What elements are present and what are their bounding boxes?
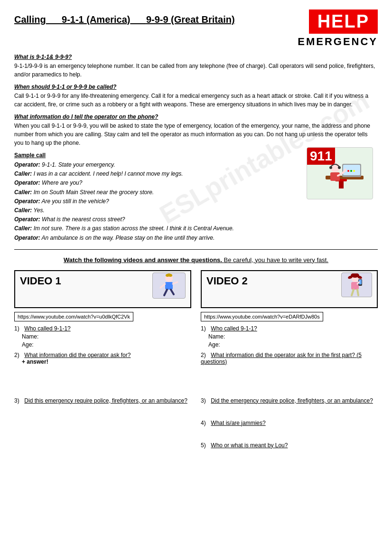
help-emergency-block: HELP EMERGENCY <box>298 9 378 48</box>
svg-line-20 <box>173 282 177 284</box>
video2-q3-num: 3) <box>201 397 209 404</box>
svg-line-30 <box>357 290 358 295</box>
svg-point-8 <box>338 166 341 169</box>
video2-q3-header: 3) Did the emergency require police, fir… <box>201 397 378 404</box>
video2-q1-title: Who called 9-1-1? <box>211 325 257 332</box>
call-label-op4: Operator: <box>14 216 40 223</box>
video2-q4-num: 4) <box>201 420 209 426</box>
video1-q1-name: Name: <box>22 333 191 340</box>
video2-q2: 2) What information did the operator ask… <box>201 352 378 365</box>
video1-cartoon <box>152 273 186 299</box>
video1-box: VIDEO 1 <box>14 270 191 308</box>
video1-label: VIDEO 1 <box>20 275 61 287</box>
video1-q1-age: Age: <box>22 341 191 348</box>
sample-call-section: 911 <box>14 152 378 243</box>
video1-q1-num: 1) <box>14 325 23 332</box>
section-when-called-title: When should 9-1-1 or 9-9-9 be called? <box>14 84 378 90</box>
video1-q3-num: 3) <box>14 397 23 404</box>
video2-cartoon <box>341 273 372 297</box>
dispatch-image: 911 <box>307 147 373 199</box>
header-title-block: Calling 9-1-1 (America) 9-9-9 (Great Bri… <box>14 9 235 25</box>
call-label-ca3: Caller: <box>14 207 32 214</box>
video2-column: VIDEO 2 https://www.youtube.com/watch?v=… <box>201 270 378 452</box>
header: Calling 9-1-1 (America) 9-9-9 (Great Bri… <box>14 9 378 48</box>
video1-q1: 1) Who called 9-1-1? Name: Age: <box>14 325 191 348</box>
section-what-is-body: 9-1-1/9-9-9 is an emergency telephone nu… <box>14 62 378 79</box>
video1-q2: 2) What information did the operator ask… <box>14 352 191 365</box>
video2-q4-space <box>201 430 378 442</box>
call-label-op3: Operator: <box>14 198 40 205</box>
video2-q1-header: 1) Who called 9-1-1? <box>201 325 378 332</box>
watch-subtitle: Be careful, you have to write very fast. <box>224 256 328 263</box>
svg-line-17 <box>164 290 167 295</box>
video1-q3-title: Did this emergency require police, firef… <box>24 397 187 404</box>
dispatch-cartoon: 911 <box>307 147 373 199</box>
video2-q5-header: 5) Who or what is meant by Lou? <box>201 442 378 449</box>
video2-q2-space <box>201 369 378 397</box>
video1-q2-num: 2) <box>14 352 23 358</box>
call-line-8: Caller: Im not sure. There is a gas stat… <box>14 224 378 233</box>
video1-column: VIDEO 1 https://www.youtube.com/watch?v=… <box>14 270 191 452</box>
svg-point-10 <box>350 170 352 172</box>
call-label-op1: Operator: <box>14 161 40 168</box>
svg-rect-4 <box>339 181 344 188</box>
kid-svg <box>155 273 183 297</box>
video2-q3: 3) Did the emergency require police, fir… <box>201 397 378 404</box>
help-badge: HELP <box>309 9 378 34</box>
section-what-info-body: When you call 9-1-1 or 9-9-9, you will b… <box>14 122 378 147</box>
section-when-called: When should 9-1-1 or 9-9-9 be called? Ca… <box>14 84 378 109</box>
video1-url[interactable]: https://www.youtube.com/watch?v=u0dlkQfC… <box>14 312 133 321</box>
video1-q2-space <box>14 369 191 397</box>
watch-title-underline: Watch the following videos and answer th… <box>64 256 222 263</box>
video2-q1: 1) Who called 9-1-1? Name: Age: <box>201 325 378 348</box>
call-line-7: Operator: What is the nearest cross stre… <box>14 215 378 224</box>
video2-q4-header: 4) What is/are jammies? <box>201 420 378 426</box>
svg-point-11 <box>353 170 355 172</box>
video2-url[interactable]: https://www.youtube.com/watch?v=eDARfDJw… <box>201 312 323 321</box>
video2-q3-title: Did the emergency require police, firefi… <box>211 397 373 404</box>
call-label-op2: Operator: <box>14 179 40 186</box>
911-label: 9-1-1 (America) <box>62 14 131 25</box>
video2-q3-space <box>201 408 378 420</box>
watch-title: Watch the following videos and answer th… <box>14 256 378 263</box>
video2-q5-num: 5) <box>201 442 209 449</box>
girl-svg <box>343 273 371 296</box>
call-label-ca2: Caller: <box>14 189 32 196</box>
call-label-ca4: Caller: <box>14 225 32 232</box>
video1-q3-header: 3) Did this emergency require police, fi… <box>14 397 191 404</box>
page-title: Calling 9-1-1 (America) 9-9-9 (Great Bri… <box>14 9 235 25</box>
page-container: Calling 9-1-1 (America) 9-9-9 (Great Bri… <box>14 9 378 452</box>
svg-point-9 <box>347 170 349 172</box>
911-badge: 911 <box>307 148 335 165</box>
call-label-op5: Operator: <box>14 235 40 241</box>
section-what-is-title: What is 9-1-1& 9-9-9? <box>14 54 378 60</box>
video1-q2-extra: + answer! <box>22 358 191 365</box>
video1-q3: 3) Did this emergency require police, fi… <box>14 397 191 404</box>
svg-point-7 <box>329 166 332 169</box>
svg-line-18 <box>171 290 174 294</box>
call-label-ca1: Caller: <box>14 170 32 177</box>
video1-q2-header: 2) What information did the operator ask… <box>14 352 191 358</box>
video2-q4-title: What is/are jammies? <box>211 420 265 426</box>
video1-q2-title: What information did the operator ask fo… <box>24 352 131 358</box>
video2-q5: 5) Who or what is meant by Lou? <box>201 442 378 449</box>
video2-q2-header: 2) What information did the operator ask… <box>201 352 378 365</box>
video2-label: VIDEO 2 <box>206 275 248 287</box>
video2-q2-num: 2) <box>201 352 209 358</box>
svg-line-29 <box>352 290 354 295</box>
section-what-is: What is 9-1-1& 9-9-9? 9-1-1/9-9-9 is an … <box>14 54 378 79</box>
video2-q1-age: Age: <box>208 341 378 348</box>
video1-q1-title: Who called 9-1-1? <box>24 325 70 332</box>
svg-rect-6 <box>330 172 340 181</box>
svg-point-15 <box>167 273 171 276</box>
video2-q1-name: Name: <box>208 333 378 340</box>
999-label: 9-9-9 (Great Britain) <box>146 14 235 25</box>
video2-q1-num: 1) <box>201 325 209 332</box>
video2-q2-title: What information did the operator ask fo… <box>201 352 362 365</box>
section-divider <box>14 249 378 250</box>
video1-q1-header: 1) Who called 9-1-1? <box>14 325 191 332</box>
svg-line-19 <box>160 284 165 288</box>
emergency-label: EMERGENCY <box>298 36 378 48</box>
videos-row: VIDEO 1 https://www.youtube.com/watch?v=… <box>14 270 378 452</box>
call-line-6: Caller: Yes. <box>14 206 378 215</box>
